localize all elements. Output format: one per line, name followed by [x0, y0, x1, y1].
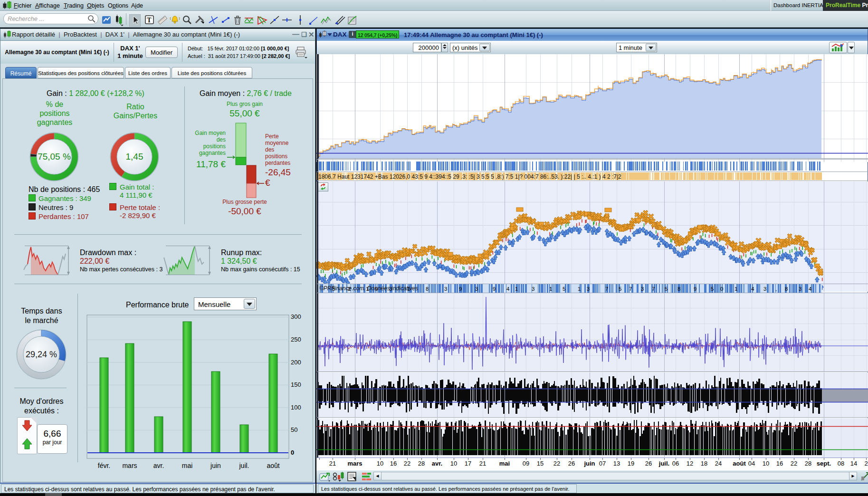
svg-text:3: 3: [799, 286, 801, 292]
svg-text:3: 3: [763, 286, 766, 292]
svg-text:1: 1: [578, 286, 581, 292]
svg-text:T: T: [147, 17, 152, 24]
svg-text:3: 3: [444, 286, 447, 292]
svg-text:9: 9: [459, 286, 462, 292]
svg-text:4: 4: [506, 286, 510, 292]
svg-text:75,05 %: 75,05 %: [38, 152, 71, 162]
svg-text:3: 3: [475, 286, 478, 292]
svg-text:5: 5: [665, 286, 668, 292]
svg-text:3: 3: [532, 286, 534, 292]
svg-text:8: 8: [785, 286, 788, 292]
svg-text:3: 3: [641, 286, 644, 292]
svg-text:5: 5: [711, 286, 714, 292]
svg-text:1: 1: [515, 286, 518, 292]
svg-text:0: 0: [720, 286, 723, 292]
svg-text:8: 8: [426, 286, 429, 292]
svg-text:4: 4: [751, 286, 754, 292]
svg-text:1: 1: [549, 286, 552, 292]
svg-text:8: 8: [677, 286, 680, 292]
svg-text:7: 7: [652, 286, 655, 292]
svg-text:3: 3: [587, 286, 590, 292]
svg-text:,: ,: [775, 286, 777, 292]
svg-text:9: 9: [493, 286, 496, 292]
svg-text:9: 9: [694, 286, 696, 292]
svg-text:4: 4: [809, 286, 812, 292]
svg-text:1806,7 Haut 1231742 +Bas 12026: 1806,7 Haut 1231742 +Bas 12026,0 43:5 9 …: [318, 173, 621, 180]
svg-text:29,24 %: 29,24 %: [26, 350, 57, 359]
svg-text:1,45: 1,45: [126, 152, 143, 162]
svg-text:5: 5: [563, 286, 565, 292]
svg-text:7: 7: [605, 286, 608, 292]
svg-text:7: 7: [629, 286, 632, 292]
svg-text:5: 5: [619, 286, 621, 292]
svg-text:1: 1: [734, 286, 737, 292]
